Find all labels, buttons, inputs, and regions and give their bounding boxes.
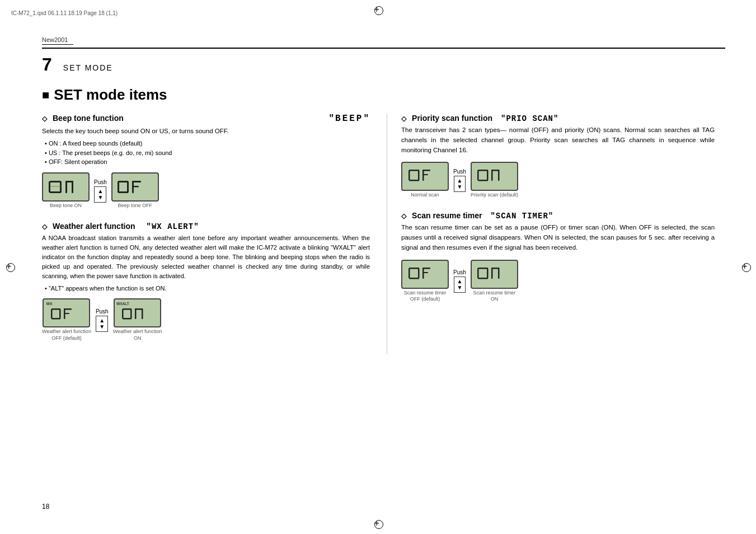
priority-lcd-container: Normal scan Push ▲ ▼ [401, 162, 715, 199]
weather-function-desc: A NOAA broadcast station transmits a wea… [42, 233, 370, 281]
beep-push-label: Push [94, 179, 107, 185]
weather-function-code: "WX ALERT" [147, 222, 199, 231]
priority-normal-svg [408, 166, 442, 186]
beep-off-wrapper: Beep tone OFF [111, 172, 159, 209]
svg-rect-6 [72, 181, 73, 193]
svg-rect-23 [123, 318, 132, 320]
reg-mark-left [4, 261, 16, 273]
svg-rect-56 [498, 268, 500, 279]
header-area: IC-M72_1.qxd 06.1.11 18:19 Page 18 (1,1) [11, 10, 745, 16]
weather-off-label: Weather alert functionOFF (default) [42, 329, 91, 341]
svg-rect-31 [408, 170, 410, 180]
svg-rect-10 [118, 181, 119, 193]
beep-bullet-1: • ON : A fixed beep sounds (default) [45, 139, 370, 148]
scan-push: Push ▲ ▼ [453, 269, 466, 293]
svg-rect-13 [132, 181, 141, 182]
beep-function-code: "BEEP" [328, 114, 370, 124]
svg-rect-54 [491, 268, 493, 279]
svg-rect-26 [135, 308, 137, 319]
priority-arrow-up: ▲ [457, 178, 463, 184]
priority-scan-title: Priority scan function "PRIO SCAN" [401, 114, 715, 123]
scan-push-label: Push [453, 269, 466, 275]
svg-rect-18 [59, 309, 61, 318]
weather-arrow-down: ▼ [99, 324, 105, 330]
svg-rect-30 [409, 180, 419, 181]
svg-rect-36 [478, 170, 488, 171]
svg-rect-38 [477, 170, 479, 180]
priority-on-label: Priority scan (default) [471, 192, 518, 199]
svg-rect-39 [487, 170, 489, 180]
svg-rect-34 [422, 170, 430, 171]
reg-mark-right [740, 261, 752, 273]
beep-function-title: Beep tone function "BEEP" [42, 114, 370, 124]
priority-scan-block: Priority scan function "PRIO SCAN" The t… [401, 114, 715, 199]
beep-on-wrapper: Beep tone ON [42, 172, 90, 209]
weather-off-wrapper: WX [42, 298, 91, 341]
beep-bullet-list: • ON : A fixed beep sounds (default) • U… [45, 139, 370, 167]
svg-rect-24 [122, 309, 124, 318]
priority-on-wrapper: Priority scan (default) [471, 162, 518, 199]
svg-rect-40 [491, 170, 493, 181]
beep-on-display [42, 172, 90, 202]
priority-scan-desc: The transceiver has 2 scan types— normal… [401, 125, 715, 155]
scan-arrow-up: ▲ [457, 279, 463, 284]
svg-rect-44 [409, 278, 419, 279]
scan-off-wrapper: Scan resume timerOFF (default) [401, 260, 449, 303]
beep-on-svg [48, 176, 84, 198]
weather-function-title: Weather alert function "WX ALERT" [42, 222, 370, 231]
svg-rect-42 [498, 170, 500, 181]
svg-rect-51 [478, 278, 488, 279]
svg-rect-17 [51, 309, 53, 318]
svg-rect-2 [49, 181, 50, 193]
scan-on-display [471, 260, 518, 289]
beep-bullet-2: • US : The preset beeps (e.g. do, re, mi… [45, 148, 370, 158]
weather-push: Push ▲ ▼ [96, 308, 109, 332]
beep-push-arrows: ▲ ▼ [94, 186, 106, 203]
svg-rect-4 [65, 181, 67, 193]
priority-arrow-down: ▼ [457, 184, 463, 190]
weather-push-arrows: ▲ ▼ [96, 316, 108, 332]
scan-on-svg [477, 264, 511, 284]
right-column: Priority scan function "PRIO SCAN" The t… [387, 114, 715, 354]
scan-resume-desc: The scan resume timer can be set as a pa… [401, 223, 715, 252]
priority-normal-display [401, 162, 449, 191]
top-rule [42, 48, 725, 49]
scan-resume-title: Scan resume timer "SCAN TIMER" [401, 211, 715, 221]
beep-off-label: Beep tone OFF [118, 203, 153, 209]
chapter-title: SET MODE [63, 63, 113, 72]
svg-rect-1 [50, 191, 61, 193]
weather-on-display: WXALT [114, 298, 161, 327]
weather-on-label: Weather alert functionON [113, 329, 162, 341]
weather-function-block: Weather alert function "WX ALERT" A NOAA… [42, 222, 370, 342]
priority-normal-label: Normal scan [411, 192, 439, 199]
beep-push: Push ▲ ▼ [94, 179, 107, 203]
svg-rect-28 [142, 308, 143, 319]
svg-rect-50 [478, 268, 488, 269]
weather-lcd-container: WX [42, 298, 370, 341]
priority-push: Push ▲ ▼ [453, 168, 466, 192]
section-title: SET mode items [42, 86, 725, 104]
weather-push-label: Push [96, 308, 109, 315]
beep-bullet-3: • OFF: Silent operation [45, 157, 370, 167]
svg-rect-27 [135, 308, 143, 310]
scan-on-label: Scan resume timerON [473, 290, 516, 303]
beep-lcd-container: Beep tone ON Push ▲ ▼ [42, 172, 370, 209]
svg-rect-8 [118, 181, 128, 182]
weather-arrow-up: ▲ [99, 318, 105, 324]
svg-rect-15 [51, 308, 60, 310]
svg-rect-14 [132, 186, 139, 188]
svg-rect-9 [118, 191, 128, 193]
priority-on-svg [477, 166, 511, 186]
svg-rect-53 [487, 268, 489, 278]
weather-note-1: • "ALT" appears when the function is set… [45, 284, 370, 293]
svg-rect-25 [130, 309, 132, 318]
svg-rect-11 [127, 181, 129, 193]
beep-off-display [111, 172, 159, 202]
scan-resume-block: Scan resume timer "SCAN TIMER" The scan … [401, 211, 715, 303]
beep-on-label: Beep tone ON [50, 203, 82, 209]
svg-rect-16 [51, 318, 60, 320]
content-area: 7 SET MODE SET mode items Beep tone func… [42, 48, 725, 503]
scan-off-display [401, 260, 449, 289]
svg-rect-35 [422, 174, 428, 175]
scan-off-label: Scan resume timerOFF (default) [404, 290, 447, 303]
